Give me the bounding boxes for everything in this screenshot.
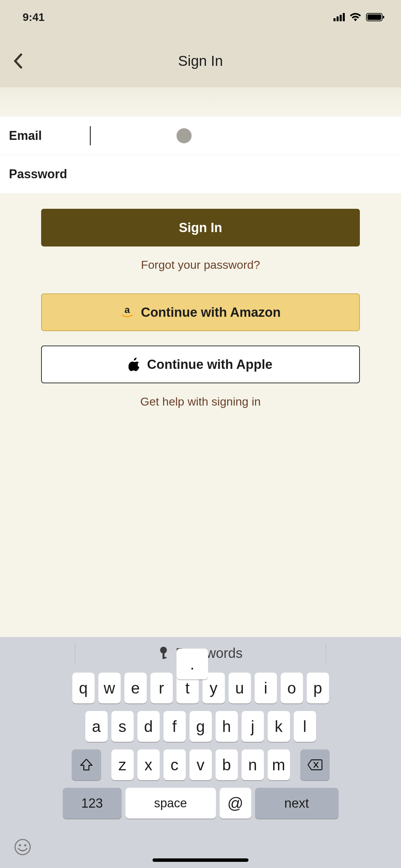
key-u[interactable]: u	[229, 673, 251, 703]
key-f[interactable]: f	[163, 711, 186, 742]
svg-point-7	[15, 839, 30, 854]
status-right	[333, 13, 385, 21]
key-at[interactable]: @	[220, 788, 251, 819]
help-link[interactable]: Get help with signing in	[41, 395, 360, 408]
svg-point-8	[19, 844, 21, 846]
key-v[interactable]: v	[190, 749, 212, 780]
email-input[interactable]	[88, 117, 392, 155]
password-row[interactable]: Password	[0, 155, 401, 193]
key-b[interactable]: b	[216, 749, 238, 780]
status-bar: 9:41	[0, 0, 401, 34]
keyboard-row-3: z x c v b n m	[3, 749, 398, 780]
key-numbers[interactable]: 123	[63, 788, 122, 819]
svg-point-9	[24, 844, 27, 846]
sugg-sep-left	[75, 643, 75, 663]
amazon-icon: a	[120, 305, 134, 319]
key-delete[interactable]	[300, 749, 330, 780]
touch-indicator	[177, 128, 192, 143]
nav-header: Sign In	[0, 34, 401, 87]
svg-rect-2	[383, 16, 384, 19]
key-w[interactable]: w	[98, 673, 121, 703]
key-dot[interactable]: .	[177, 649, 208, 679]
page-title: Sign In	[0, 53, 401, 69]
signin-label: Sign In	[179, 220, 222, 235]
svg-text:a: a	[124, 305, 130, 315]
key-shift[interactable]	[72, 749, 101, 780]
key-icon	[158, 646, 169, 660]
svg-rect-6	[162, 657, 166, 658]
key-p[interactable]: p	[307, 673, 329, 703]
wifi-icon	[350, 13, 361, 21]
keyboard-bottom	[0, 830, 401, 868]
key-space[interactable]: space	[125, 788, 216, 819]
status-time: 9:41	[23, 11, 45, 24]
password-input[interactable]	[88, 155, 392, 193]
key-n[interactable]: n	[242, 749, 264, 780]
keyboard-row-2: a s d f g h j k l	[3, 711, 398, 742]
key-x[interactable]: x	[137, 749, 160, 780]
shift-icon	[80, 759, 93, 771]
back-button[interactable]	[11, 54, 25, 68]
amazon-button[interactable]: a Continue with Amazon	[41, 293, 360, 331]
key-q[interactable]: q	[72, 673, 95, 703]
forgot-password-link[interactable]: Forgot your password?	[41, 258, 360, 272]
battery-icon	[366, 13, 385, 21]
keyboard-row-4: 123 space @ . next	[3, 788, 398, 819]
key-z[interactable]: z	[111, 749, 134, 780]
key-s[interactable]: s	[111, 711, 134, 742]
signin-button[interactable]: Sign In	[41, 209, 360, 246]
backspace-icon	[307, 759, 323, 770]
apple-button[interactable]: Continue with Apple	[41, 346, 360, 383]
email-label: Email	[9, 129, 88, 143]
credentials-section: Email Password	[0, 116, 401, 194]
key-e[interactable]: e	[124, 673, 147, 703]
keyboard: Passwords q w e r t y u i o p a s d f g …	[0, 637, 401, 868]
key-o[interactable]: o	[281, 673, 303, 703]
emoji-button[interactable]	[14, 838, 32, 860]
key-j[interactable]: j	[242, 711, 264, 742]
cellular-icon	[333, 13, 345, 21]
key-d[interactable]: d	[137, 711, 160, 742]
password-label: Password	[9, 167, 88, 181]
key-i[interactable]: i	[255, 673, 277, 703]
key-r[interactable]: r	[150, 673, 173, 703]
key-g[interactable]: g	[190, 711, 212, 742]
key-a[interactable]: a	[85, 711, 108, 742]
key-next[interactable]: next	[255, 788, 339, 819]
apple-label: Continue with Apple	[147, 357, 272, 372]
svg-rect-1	[367, 14, 381, 20]
emoji-icon	[14, 838, 32, 856]
gradient-strip	[0, 87, 401, 116]
home-indicator[interactable]	[153, 858, 248, 862]
key-c[interactable]: c	[163, 749, 186, 780]
apple-icon	[129, 358, 140, 371]
chevron-left-icon	[13, 53, 22, 69]
keyboard-rows: q w e r t y u i o p a s d f g h j k l	[0, 669, 401, 830]
key-l[interactable]: l	[294, 711, 316, 742]
key-m[interactable]: m	[268, 749, 290, 780]
amazon-label: Continue with Amazon	[141, 305, 281, 320]
email-row[interactable]: Email	[0, 117, 401, 155]
key-k[interactable]: k	[268, 711, 290, 742]
key-h[interactable]: h	[216, 711, 238, 742]
sugg-sep-right	[326, 643, 326, 663]
actions-section: Sign In Forgot your password? a Continue…	[0, 194, 401, 408]
text-caret	[90, 126, 91, 145]
